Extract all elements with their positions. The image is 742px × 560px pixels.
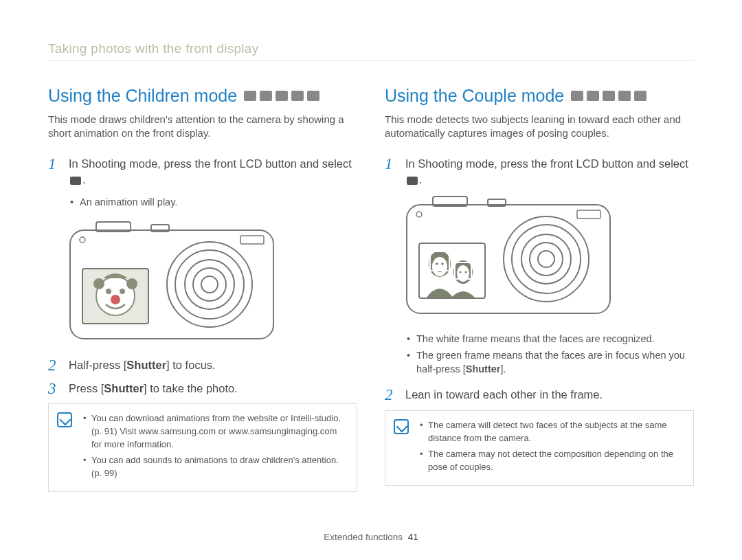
step-number: 2	[48, 357, 59, 374]
children-mode-icon	[70, 177, 81, 185]
section-heading-children: Using the Children mode	[48, 86, 357, 106]
svg-point-3	[167, 242, 252, 327]
step-1-children: 1 In Shooting mode, press the front LCD …	[48, 156, 357, 189]
smart-icon	[571, 91, 583, 101]
note-item: The camera will detect two faces of the …	[420, 419, 684, 445]
t: Press [	[69, 382, 104, 394]
content-columns: Using the Children mode This mode draws …	[48, 86, 694, 492]
svg-point-9	[80, 237, 85, 243]
step-text: In Shooting mode, press the front LCD bu…	[405, 156, 694, 189]
mode-icons-children	[244, 91, 319, 101]
step-number: 1	[48, 156, 59, 189]
step-number: 1	[385, 156, 396, 189]
step-text: Half-press [Shutter] to focus.	[69, 357, 216, 374]
step-1-sub-children: An animation will play.	[48, 195, 357, 209]
heading-children: Using the Children mode	[48, 86, 237, 106]
shutter-label: Shutter	[104, 382, 144, 394]
svg-point-20	[504, 216, 589, 302]
intro-children: This mode draws children's attention to …	[48, 113, 357, 141]
camera-illustration-couple	[405, 195, 694, 318]
svg-point-13	[120, 289, 125, 294]
svg-point-6	[193, 268, 226, 301]
svg-point-35	[460, 271, 462, 273]
dual-icon	[634, 91, 647, 101]
column-couple-mode: Using the Couple mode This mode detects …	[385, 86, 694, 492]
svg-point-26	[416, 212, 422, 217]
step-text-b: .	[82, 173, 86, 186]
svg-point-16	[126, 278, 137, 289]
intro-couple: This mode detects two subjects leaning i…	[385, 113, 694, 141]
step-text-b: .	[419, 173, 423, 186]
mode-icons-couple	[571, 91, 647, 101]
note-item: The camera may not detect the compositio…	[420, 448, 684, 474]
step-text: In Shooting mode, press the front LCD bu…	[69, 156, 357, 189]
step-number: 2	[385, 387, 396, 403]
note-item: You can download animations from the web…	[83, 412, 347, 451]
note-box-children: You can download animations from the web…	[48, 403, 357, 491]
svg-point-29	[432, 257, 447, 276]
svg-rect-25	[577, 210, 600, 219]
bullet: The green frame means that the faces are…	[407, 348, 694, 377]
note-icon	[57, 412, 72, 427]
step-1-sub-couple: The white frame means that the faces are…	[385, 332, 694, 376]
camera-icon	[587, 91, 599, 101]
shutter-label: Shutter	[126, 359, 166, 371]
step-text-a: In Shooting mode, press the front LCD bu…	[405, 157, 688, 170]
column-children-mode: Using the Children mode This mode draws …	[48, 86, 357, 492]
dual-icon	[307, 91, 319, 101]
footer-section: Extended functions	[324, 532, 403, 542]
svg-point-7	[201, 276, 218, 293]
t: ] to focus.	[166, 359, 216, 371]
divider	[48, 60, 694, 61]
breadcrumb: Taking photos with the front display	[48, 41, 694, 56]
svg-point-14	[111, 295, 120, 304]
svg-point-5	[185, 260, 234, 309]
svg-point-23	[530, 243, 563, 276]
t: ] to take the photo.	[144, 382, 238, 394]
t: Half-press [	[69, 359, 126, 371]
svg-point-30	[436, 263, 438, 266]
manual-page: Taking photos with the front display Usi…	[0, 0, 742, 560]
scene-icon	[291, 91, 304, 101]
bullet: An animation will play.	[70, 195, 357, 209]
shutter-label: Shutter	[466, 363, 501, 374]
page-footer: Extended functions 41	[0, 532, 742, 542]
step-1-couple: 1 In Shooting mode, press the front LCD …	[385, 156, 694, 189]
svg-point-24	[538, 251, 554, 267]
svg-point-31	[441, 263, 444, 266]
step-text: Press [Shutter] to take the photo.	[69, 381, 238, 397]
camera-plus-icon	[276, 91, 288, 101]
couple-mode-icon	[407, 177, 418, 185]
step-text: Lean in toward each other in the frame.	[405, 387, 603, 403]
camera-plus-icon	[603, 91, 615, 101]
camera-illustration-children	[69, 221, 357, 344]
step-3-children: 3 Press [Shutter] to take the photo.	[48, 381, 357, 397]
step-2-couple: 2 Lean in toward each other in the frame…	[385, 387, 694, 403]
bullet: The white frame means that the faces are…	[407, 332, 694, 346]
svg-point-36	[465, 271, 467, 273]
step-2-children: 2 Half-press [Shutter] to focus.	[48, 357, 357, 374]
svg-point-12	[106, 289, 111, 294]
step-number: 3	[48, 381, 59, 397]
smart-icon	[244, 91, 256, 101]
note-box-couple: The camera will detect two faces of the …	[385, 410, 694, 485]
svg-rect-27	[419, 243, 485, 298]
note-icon	[394, 419, 409, 434]
section-heading-couple: Using the Couple mode	[385, 86, 694, 106]
note-item: You can add sounds to animations to draw…	[83, 454, 347, 480]
svg-point-15	[93, 278, 104, 289]
step-text-a: In Shooting mode, press the front LCD bu…	[69, 157, 352, 170]
heading-couple: Using the Couple mode	[385, 86, 564, 106]
scene-icon	[618, 91, 631, 101]
svg-point-22	[521, 234, 571, 284]
svg-rect-8	[240, 236, 264, 244]
footer-page-number: 41	[408, 532, 418, 542]
camera-icon	[260, 91, 272, 101]
